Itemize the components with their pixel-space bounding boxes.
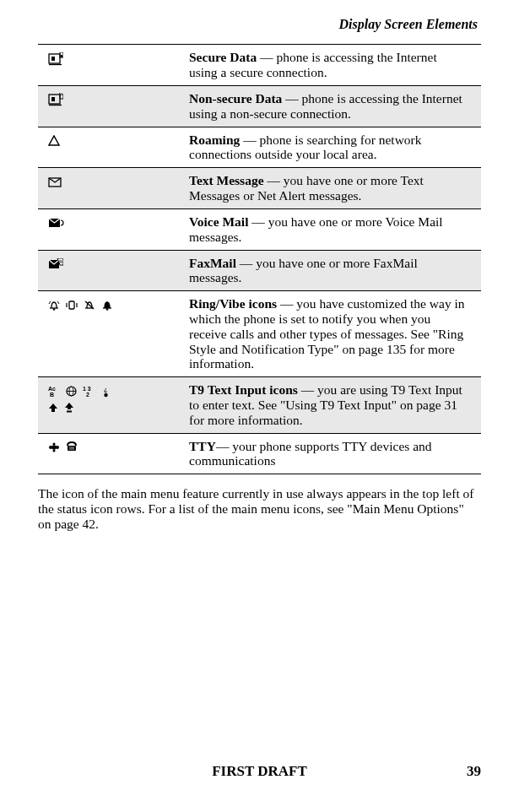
svg-rect-17 <box>69 301 74 309</box>
svg-text:B: B <box>50 392 54 398</box>
svg-point-23 <box>105 308 108 311</box>
row-title: Voice Mail <box>189 214 248 229</box>
row-sep: — <box>257 50 276 64</box>
table-row: AcB 1 32 ¿ <box>38 377 481 433</box>
svg-point-40 <box>53 449 56 452</box>
row-sep: — <box>236 256 256 270</box>
t9-shift-icon <box>48 403 58 413</box>
row-title: Non-secure Data <box>189 91 282 106</box>
svg-point-39 <box>53 442 56 445</box>
svg-rect-1 <box>51 57 55 61</box>
svg-rect-4 <box>61 55 62 57</box>
row-title: T9 Text Input icons <box>189 382 298 397</box>
text-message-icon <box>48 177 62 187</box>
footer-draft: FIRST DRAFT <box>0 763 519 780</box>
faxmail-icon <box>48 258 63 270</box>
svg-text:2: 2 <box>86 392 89 398</box>
t9-abc-icon: AcB <box>48 386 60 398</box>
row-sep: — <box>298 382 317 397</box>
row-sep: — <box>277 296 296 311</box>
table-row: Secure Data — phone is accessing the Int… <box>38 45 481 86</box>
page-number: 39 <box>467 763 481 780</box>
row-title: TTY <box>189 439 216 453</box>
svg-rect-6 <box>51 97 55 101</box>
icon-descriptions-table: Secure Data — phone is accessing the Int… <box>38 44 481 474</box>
svg-text:1 3: 1 3 <box>83 386 91 392</box>
svg-text:¿: ¿ <box>104 387 107 392</box>
table-row: Roaming — phone is searching for network… <box>38 127 481 168</box>
row-sep: — <box>248 214 268 229</box>
silent-icon <box>84 300 95 311</box>
row-sep: — <box>282 91 301 106</box>
row-title: FaxMail <box>189 256 236 270</box>
t9-123-icon: 1 32 <box>83 386 95 398</box>
voice-mail-icon <box>48 218 65 228</box>
roaming-icon <box>48 135 60 147</box>
row-sep: — <box>240 133 259 147</box>
row-title: Ring/Vibe icons <box>189 296 277 311</box>
nonsecure-data-icon <box>48 93 63 106</box>
svg-marker-33 <box>49 403 57 412</box>
tty-icon-2 <box>66 441 78 452</box>
row-title: Text Message <box>189 173 264 187</box>
secure-data-icon <box>48 52 63 66</box>
svg-point-32 <box>104 392 107 396</box>
table-row: Text Message — you have one or more Text… <box>38 168 481 209</box>
svg-point-37 <box>51 445 57 450</box>
svg-rect-41 <box>68 446 76 451</box>
table-row: Non-secure Data — phone is accessing the… <box>38 86 481 127</box>
t9-globe-icon <box>66 386 77 397</box>
table-row: Voice Mail — you have one or more Voice … <box>38 208 481 250</box>
ring-icon <box>48 300 60 311</box>
table-row: TTY— your phone supports TTY devices and… <box>38 433 481 474</box>
svg-text:Ac: Ac <box>48 386 56 392</box>
vibrate-icon <box>66 300 78 311</box>
running-header: Display Screen Elements <box>38 17 481 32</box>
t9-symbol-icon: ¿ <box>100 386 111 398</box>
table-row: Ring/Vibe icons — you have customized th… <box>38 291 481 377</box>
svg-point-16 <box>53 308 56 311</box>
tty-icon-1 <box>48 442 60 452</box>
row-sep: — <box>216 439 232 453</box>
svg-rect-35 <box>67 410 72 412</box>
svg-marker-9 <box>49 136 59 145</box>
svg-marker-34 <box>65 403 73 409</box>
ring-plus-vibe-icon <box>101 300 113 311</box>
svg-point-38 <box>56 446 59 449</box>
body-paragraph: The icon of the main menu feature curren… <box>38 486 481 531</box>
table-row: FaxMail — you have one or more FaxMail m… <box>38 250 481 291</box>
t9-caps-icon <box>64 403 74 413</box>
row-title: Secure Data <box>189 50 257 64</box>
row-sep: — <box>264 173 284 187</box>
row-title: Roaming <box>189 133 240 147</box>
